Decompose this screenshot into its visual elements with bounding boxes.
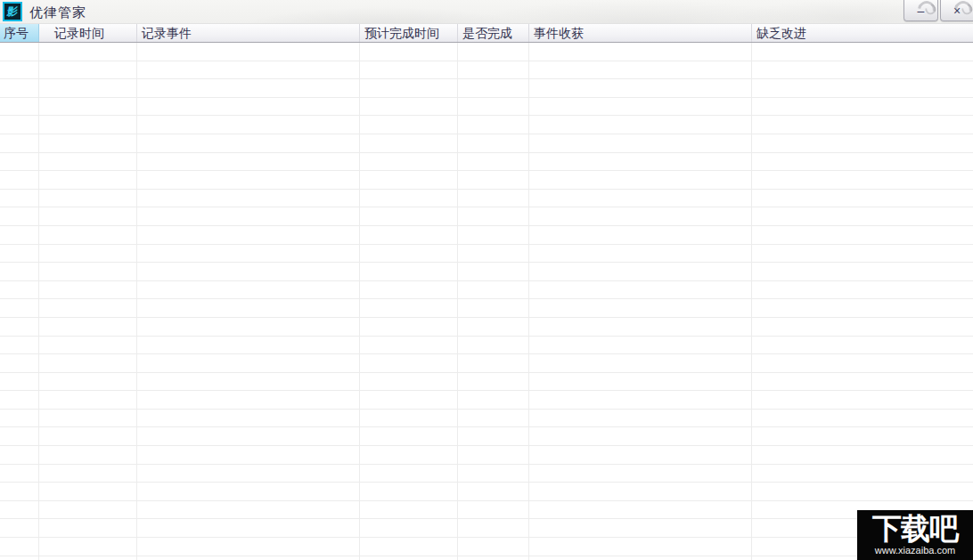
table-row[interactable]	[0, 281, 973, 300]
table-cell	[752, 190, 973, 207]
table-row[interactable]	[0, 190, 973, 208]
table-row[interactable]	[0, 483, 973, 501]
watermark: 下载吧 www.xiazaiba.com	[857, 510, 973, 560]
table-cell	[137, 226, 360, 244]
table-row[interactable]	[0, 263, 973, 281]
table-row[interactable]	[0, 337, 973, 355]
column-header-5[interactable]: 事件收获	[529, 24, 752, 42]
table-cell	[39, 226, 137, 244]
table-cell	[529, 465, 752, 483]
table-cell	[137, 391, 360, 409]
table-row[interactable]	[0, 134, 973, 153]
table-cell	[529, 281, 752, 299]
table-cell	[137, 43, 360, 61]
table-cell	[529, 519, 752, 537]
column-header-0[interactable]: 序号	[0, 24, 39, 42]
column-header-6[interactable]: 缺乏改进	[752, 24, 973, 42]
table-cell	[0, 465, 39, 483]
table-row[interactable]	[0, 171, 973, 190]
table-cell	[458, 354, 529, 372]
table-cell	[529, 61, 752, 79]
table-row[interactable]	[0, 61, 973, 80]
column-header-3[interactable]: 预计完成时间	[360, 24, 458, 42]
table-row[interactable]	[0, 299, 973, 318]
table-cell	[458, 299, 529, 317]
table-cell	[529, 226, 752, 244]
table-cell	[0, 446, 39, 464]
table-cell	[529, 79, 752, 97]
table-cell	[752, 318, 973, 336]
table-cell	[752, 263, 973, 280]
table-row[interactable]	[0, 354, 973, 373]
table-row[interactable]	[0, 538, 973, 556]
table-cell	[752, 153, 973, 171]
column-header-4[interactable]: 是否完成	[458, 24, 529, 42]
table-row[interactable]	[0, 153, 973, 172]
minimize-button[interactable]: –	[904, 0, 938, 21]
table-cell	[360, 299, 458, 317]
table-cell	[458, 410, 529, 427]
table-cell	[458, 483, 529, 500]
table-row[interactable]	[0, 465, 973, 483]
table-cell	[39, 245, 137, 263]
close-button[interactable]: ×	[940, 0, 973, 21]
table-cell	[39, 354, 137, 372]
table-cell	[0, 226, 39, 244]
table-row[interactable]	[0, 43, 973, 61]
table-cell	[360, 318, 458, 336]
table-cell	[39, 538, 137, 556]
table-cell	[458, 79, 529, 97]
table-cell	[137, 318, 360, 336]
table-row[interactable]	[0, 391, 973, 410]
table-cell	[137, 299, 360, 317]
table-cell	[360, 116, 458, 134]
table-cell	[458, 263, 529, 280]
table-row[interactable]	[0, 410, 973, 428]
table-row[interactable]	[0, 116, 973, 134]
table-row[interactable]	[0, 556, 973, 560]
table-cell	[0, 171, 39, 189]
table-cell	[360, 134, 458, 152]
table-cell	[360, 190, 458, 207]
table-cell	[0, 337, 39, 354]
table-cell	[360, 446, 458, 464]
table-cell	[529, 318, 752, 336]
column-header-1[interactable]: 记录时间	[39, 24, 137, 42]
table-cell	[752, 116, 973, 134]
table-row[interactable]	[0, 373, 973, 392]
table-cell	[39, 373, 137, 391]
table-cell	[360, 226, 458, 244]
table-row[interactable]	[0, 226, 973, 245]
table-cell	[137, 281, 360, 299]
table-cell	[137, 483, 360, 500]
table-row[interactable]	[0, 446, 973, 465]
table-cell	[529, 299, 752, 317]
table-cell	[0, 373, 39, 391]
table-cell	[529, 427, 752, 445]
table-cell	[458, 245, 529, 263]
table-cell	[752, 134, 973, 152]
table-cell	[458, 226, 529, 244]
column-header-2[interactable]: 记录事件	[137, 24, 360, 42]
table-cell	[529, 410, 752, 427]
table-cell	[39, 299, 137, 317]
table-row[interactable]	[0, 207, 973, 226]
table-cell	[137, 171, 360, 189]
table-cell	[0, 391, 39, 409]
table-row[interactable]	[0, 501, 973, 520]
table-row[interactable]	[0, 318, 973, 337]
table-cell	[137, 465, 360, 483]
table-row[interactable]	[0, 98, 973, 117]
table-row[interactable]	[0, 79, 973, 98]
table-cell	[137, 337, 360, 354]
table-row[interactable]	[0, 245, 973, 264]
table-row[interactable]	[0, 427, 973, 446]
table-cell	[0, 43, 39, 61]
table-row[interactable]	[0, 519, 973, 538]
table-cell	[137, 263, 360, 280]
table-cell	[458, 61, 529, 79]
table-cell	[137, 519, 360, 537]
table-body	[0, 43, 973, 560]
table-cell	[752, 446, 973, 464]
table-cell	[0, 153, 39, 171]
